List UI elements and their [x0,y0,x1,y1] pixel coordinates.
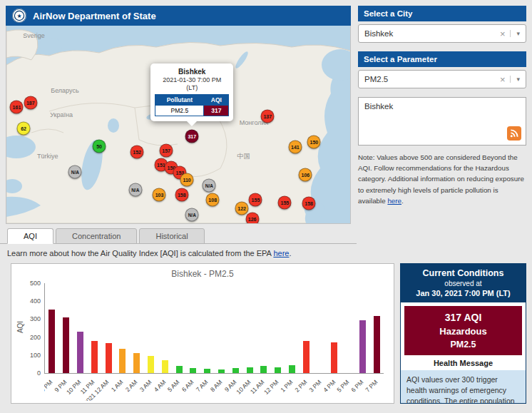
city-dropdown-caret-icon[interactable]: ▾ [510,30,520,37]
chart-bar[interactable] [162,360,168,373]
chart-bar-slot [101,283,116,373]
health-message-text: AQI values over 300 trigger health warni… [401,370,526,404]
chart-bar[interactable] [359,320,366,373]
map-marker-aqi[interactable]: 50 [93,139,106,153]
popup-city: Bishkek [155,68,229,76]
health-message-header: Health Message [401,355,526,370]
y-tick-label: 200 [30,334,41,341]
map-marker-aqi[interactable]: 152 [131,146,144,159]
chart-bar-slot [158,283,172,373]
select-parameter-header: Select a Parameter [358,51,526,67]
chart-bar-slot [87,283,101,373]
parameter-dropdown-caret-icon[interactable]: ▾ [510,76,520,83]
map-marker-aqi[interactable]: 141 [288,141,302,154]
chart-bar-slot [45,283,59,373]
tab-concentration[interactable]: Concentration [56,228,138,244]
clear-parameter-icon[interactable]: × [495,74,511,85]
chart-xlabels: 8 PM9 PM10 PM11 PM1/30, 2021 12 AM1 AM2 … [44,374,384,401]
chart-bar-slot [59,283,73,373]
map-marker-aqi[interactable]: 108 [206,193,220,206]
map-marker-aqi[interactable]: 110 [180,173,194,187]
chart-bar[interactable] [176,366,183,373]
map-place-label: Україна [50,111,73,118]
select-city-header: Select a City [358,6,526,21]
map-marker-aqi[interactable]: N/A [68,165,82,178]
map-marker-aqi[interactable]: 161 [10,100,24,113]
map-marker-aqi[interactable]: 158 [175,188,188,201]
chart-bar-slot [327,283,342,373]
map-marker-aqi[interactable]: 158 [302,197,316,210]
map-marker-aqi[interactable]: 187 [24,96,37,110]
chart-bar[interactable] [91,341,98,373]
map-marker-aqi[interactable]: N/A [185,208,199,221]
aqi-category: Hazardous [407,326,519,337]
aqi-status-box: 317 AQI Hazardous PM2.5 [404,306,522,355]
map-marker-aqi[interactable]: 126 [245,213,259,224]
y-tick-label: 400 [30,297,41,305]
chart-bar-slot [313,283,327,373]
map[interactable]: Bishkek 2021-01-30 7:00 PM (LT) Pollutan… [6,26,351,224]
chart-bar-slot [271,283,285,373]
y-tick-label: 100 [30,352,41,359]
chart-bar-slot [356,283,370,373]
aqi-pollutant: PM2.5 [407,340,519,350]
map-marker-aqi[interactable]: 103 [153,188,166,201]
current-conditions-header: Current Conditions observed at Jan 30, 2… [401,264,526,302]
chart-bar[interactable] [232,368,239,373]
note-suffix: . [401,197,404,205]
rss-feed-icon[interactable] [507,126,521,141]
map-marker-aqi[interactable]: N/A [128,183,142,196]
chart-bar-slot [186,283,200,373]
note-here-link[interactable]: here [387,197,401,205]
chart-area: AQI 0100200300400500 8 PM9 PM10 PM11 PM1… [11,283,394,401]
map-marker-aqi[interactable]: 317 [185,130,199,143]
map-marker-aqi[interactable]: 122 [235,202,249,215]
current-conditions-panel: Current Conditions observed at Jan 30, 2… [400,263,526,404]
svg-text:★: ★ [16,13,21,19]
chart-bar[interactable] [77,332,83,373]
clear-city-icon[interactable]: × [495,29,511,39]
map-marker-aqi[interactable]: 62 [17,122,31,136]
chart-bar-slot [73,283,88,373]
popup-pollutant-value: PM2.5 [155,105,204,116]
chart-bar-slot [200,283,215,373]
chart-bar[interactable] [204,369,210,373]
map-marker-aqi[interactable]: 155 [278,195,292,209]
map-marker-aqi[interactable]: 137 [261,110,275,123]
chart-bar[interactable] [331,342,337,373]
chart-bar[interactable] [63,317,69,373]
chart-bar[interactable] [247,367,253,373]
city-feed-text: Bishkek [364,102,393,111]
chart-bar-slot [242,283,257,373]
chart-bar[interactable] [119,349,126,373]
chart-bar[interactable] [48,310,55,373]
map-marker-aqi[interactable]: 155 [249,193,262,206]
chart-bar[interactable] [133,353,140,373]
chart-bar[interactable] [275,367,281,373]
city-select-dropdown[interactable]: Bishkek × ▾ [358,24,526,43]
dept-of-state-seal-icon: ★ [11,8,27,24]
map-popup: Bishkek 2021-01-30 7:00 PM (LT) Pollutan… [150,63,233,121]
tab-historical[interactable]: Historical [139,228,204,244]
note-text: Note: Values above 500 are considered Be… [358,153,524,205]
chart-bar[interactable] [303,341,310,373]
tab-aqi[interactable]: AQI [7,228,53,244]
map-marker-aqi[interactable]: N/A [203,179,216,193]
chart-bar[interactable] [190,368,196,373]
epa-learn-more-link[interactable]: here [273,249,289,258]
chart-bar-slot [257,283,271,373]
chart-bar[interactable] [218,369,225,373]
chart-bar[interactable] [106,343,112,373]
chart-bar[interactable] [289,365,295,373]
chart-bar-slot [215,283,229,373]
chart-bar[interactable] [148,356,154,373]
y-tick-label: 300 [30,315,41,322]
map-marker-aqi[interactable]: 106 [299,168,312,182]
y-tick-label: 500 [30,280,41,287]
popup-col-aqi: AQI [204,94,229,105]
map-marker-aqi[interactable]: 150 [307,136,321,149]
map-marker-aqi[interactable]: 157 [160,143,173,157]
chart-bar[interactable] [374,316,380,373]
chart-bar[interactable] [260,366,267,373]
parameter-select-dropdown[interactable]: PM2.5 × ▾ [358,70,526,88]
